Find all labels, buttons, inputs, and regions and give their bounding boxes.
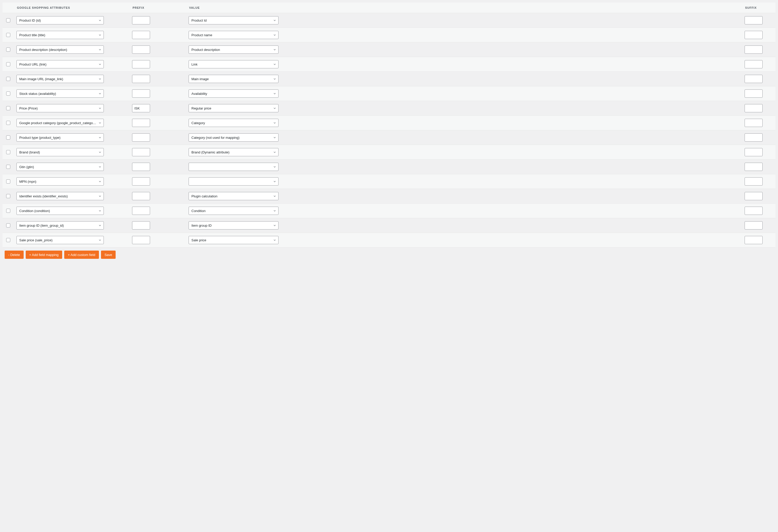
prefix-input[interactable] bbox=[132, 89, 150, 98]
attribute-select-text: Product title (title) bbox=[17, 33, 103, 37]
value-select-text: Availability bbox=[189, 92, 278, 96]
prefix-input[interactable] bbox=[132, 148, 150, 156]
attribute-select[interactable]: Condition (condition) bbox=[16, 207, 104, 215]
value-select-text: Main image bbox=[189, 77, 278, 81]
attribute-select[interactable]: Price (Price) bbox=[16, 104, 104, 112]
row-checkbox[interactable] bbox=[6, 106, 10, 110]
row-checkbox[interactable] bbox=[6, 18, 10, 22]
prefix-input[interactable] bbox=[132, 221, 150, 229]
chevron-down-icon bbox=[273, 180, 276, 183]
row-checkbox[interactable] bbox=[6, 33, 10, 37]
table-row: Product title (title) Product name bbox=[3, 28, 775, 43]
suffix-input[interactable] bbox=[745, 163, 763, 171]
value-select[interactable]: Item group ID bbox=[188, 221, 279, 229]
table-header-row: GOOGLE SHOPPING ATTRIBUTES PREFIX VALUE … bbox=[3, 3, 775, 13]
table-row: Product ID (id) Product Id bbox=[3, 13, 775, 28]
attribute-select[interactable]: MPN (mpn) bbox=[16, 177, 104, 185]
value-select[interactable]: Main image bbox=[188, 75, 279, 83]
table-row: Brand (brand) Brand (Dynamic attribute) bbox=[3, 145, 775, 160]
suffix-input[interactable] bbox=[745, 75, 763, 83]
value-select-text: Product description bbox=[189, 48, 278, 52]
attribute-select[interactable]: Product ID (id) bbox=[16, 16, 104, 24]
suffix-input[interactable] bbox=[745, 89, 763, 98]
prefix-input[interactable] bbox=[132, 104, 150, 112]
prefix-input[interactable] bbox=[132, 133, 150, 142]
row-checkbox[interactable] bbox=[6, 194, 10, 198]
add-field-mapping-button[interactable]: + Add field mapping bbox=[26, 250, 63, 259]
attribute-select-text: Stock status (availability) bbox=[17, 92, 103, 96]
value-select[interactable]: Link bbox=[188, 60, 279, 68]
suffix-input[interactable] bbox=[745, 46, 763, 54]
row-checkbox[interactable] bbox=[6, 77, 10, 81]
attribute-select[interactable]: Main image URL (image_link) bbox=[16, 75, 104, 83]
row-checkbox[interactable] bbox=[6, 150, 10, 154]
value-select[interactable]: Product Id bbox=[188, 16, 279, 24]
attribute-select-text: MPN (mpn) bbox=[17, 180, 103, 183]
prefix-input[interactable] bbox=[132, 119, 150, 127]
prefix-input[interactable] bbox=[132, 163, 150, 171]
attribute-select-text: Product URL (link) bbox=[17, 63, 103, 66]
attribute-select[interactable]: Google product category (google_product_… bbox=[16, 119, 104, 127]
col-header-attribute: GOOGLE SHOPPING ATTRIBUTES bbox=[14, 3, 130, 13]
prefix-input[interactable] bbox=[132, 60, 150, 68]
prefix-input[interactable] bbox=[132, 192, 150, 200]
attribute-select[interactable]: Sale price (sale_price) bbox=[16, 236, 104, 244]
value-select[interactable]: Condition bbox=[188, 207, 279, 215]
value-select[interactable]: Product description bbox=[188, 46, 279, 54]
row-checkbox[interactable] bbox=[6, 223, 10, 227]
attribute-select[interactable]: Product description (description) bbox=[16, 46, 104, 54]
value-select[interactable]: Category bbox=[188, 119, 279, 127]
delete-button[interactable]: - Delete bbox=[5, 250, 24, 259]
value-select[interactable]: Category (not used for mapping) bbox=[188, 133, 279, 142]
value-select[interactable]: Plugin calculation bbox=[188, 192, 279, 200]
suffix-input[interactable] bbox=[745, 16, 763, 24]
attribute-select[interactable]: Stock status (availability) bbox=[16, 89, 104, 98]
attribute-select[interactable]: Item group ID (item_group_id) bbox=[16, 221, 104, 229]
suffix-input[interactable] bbox=[745, 31, 763, 39]
row-checkbox[interactable] bbox=[6, 48, 10, 52]
attribute-select[interactable]: Gtin (gtin) bbox=[16, 163, 104, 171]
attribute-select[interactable]: Product title (title) bbox=[16, 31, 104, 39]
suffix-input[interactable] bbox=[745, 119, 763, 127]
row-checkbox[interactable] bbox=[6, 91, 10, 96]
prefix-input[interactable] bbox=[132, 177, 150, 185]
suffix-input[interactable] bbox=[745, 133, 763, 142]
row-checkbox[interactable] bbox=[6, 121, 10, 125]
value-select[interactable]: Sale price bbox=[188, 236, 279, 244]
attribute-select[interactable]: Product URL (link) bbox=[16, 60, 104, 68]
value-select[interactable]: Brand (Dynamic attribute) bbox=[188, 148, 279, 156]
add-custom-field-button[interactable]: + Add custom field bbox=[64, 250, 99, 259]
suffix-input[interactable] bbox=[745, 221, 763, 229]
suffix-input[interactable] bbox=[745, 192, 763, 200]
row-checkbox[interactable] bbox=[6, 209, 10, 213]
prefix-input[interactable] bbox=[132, 16, 150, 24]
suffix-input[interactable] bbox=[745, 104, 763, 112]
row-checkbox[interactable] bbox=[6, 238, 10, 242]
attribute-select[interactable]: Identifier exists (identifier_exists) bbox=[16, 192, 104, 200]
prefix-input[interactable] bbox=[132, 31, 150, 39]
col-header-prefix: PREFIX bbox=[130, 3, 186, 13]
attribute-select-text: Gtin (gtin) bbox=[17, 165, 103, 169]
prefix-input[interactable] bbox=[132, 46, 150, 54]
row-checkbox[interactable] bbox=[6, 62, 10, 66]
row-checkbox[interactable] bbox=[6, 136, 10, 140]
suffix-input[interactable] bbox=[745, 60, 763, 68]
suffix-input[interactable] bbox=[745, 177, 763, 185]
prefix-input[interactable] bbox=[132, 207, 150, 215]
value-select[interactable]: Regular price bbox=[188, 104, 279, 112]
value-select[interactable] bbox=[188, 177, 279, 185]
prefix-input[interactable] bbox=[132, 75, 150, 83]
suffix-input[interactable] bbox=[745, 148, 763, 156]
row-checkbox[interactable] bbox=[6, 179, 10, 183]
save-button[interactable]: Save bbox=[101, 250, 116, 259]
col-header-suffix: SUFFIX bbox=[742, 3, 775, 13]
value-select[interactable] bbox=[188, 163, 279, 171]
suffix-input[interactable] bbox=[745, 207, 763, 215]
row-checkbox[interactable] bbox=[6, 165, 10, 169]
prefix-input[interactable] bbox=[132, 236, 150, 244]
suffix-input[interactable] bbox=[745, 236, 763, 244]
value-select[interactable]: Product name bbox=[188, 31, 279, 39]
attribute-select[interactable]: Brand (brand) bbox=[16, 148, 104, 156]
attribute-select[interactable]: Product type (product_type) bbox=[16, 133, 104, 142]
value-select[interactable]: Availability bbox=[188, 89, 279, 98]
